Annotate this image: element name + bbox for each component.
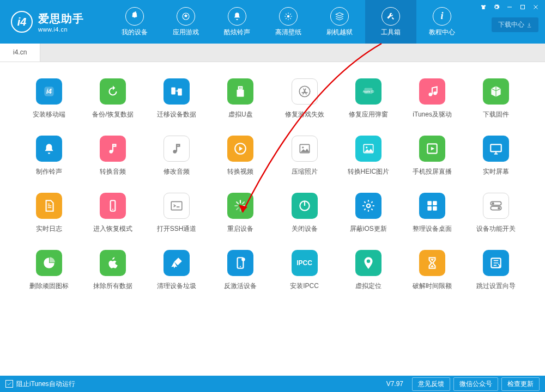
nav-device[interactable]: 我的设备 xyxy=(109,0,160,44)
main-nav: 我的设备应用游戏酷炫铃声高清壁纸刷机越狱工具箱i教程中心 xyxy=(109,0,468,44)
nav-tools[interactable]: 工具箱 xyxy=(365,0,416,44)
minimize-icon[interactable] xyxy=(504,2,516,12)
tool-compress-photo[interactable]: 压缩照片 xyxy=(275,136,334,176)
svg-text:Apple ID: Apple ID xyxy=(363,90,374,93)
tool-install-mobile[interactable]: i4安装移动端 xyxy=(20,78,78,119)
svg-line-44 xyxy=(243,202,244,204)
tool-label: 打开SSH通道 xyxy=(157,224,197,234)
tool-label: 转换视频 xyxy=(227,167,253,176)
convert-heic-icon xyxy=(355,136,382,162)
tool-install-ipcc[interactable]: IPCC安装IPCC xyxy=(275,250,334,291)
tool-fix-popup[interactable]: Apple ID修复应用弹窗 xyxy=(339,78,397,119)
tool-label: 修改音频 xyxy=(164,167,190,176)
tool-virtual-location[interactable]: 虚拟定位 xyxy=(339,250,397,291)
tool-migrate[interactable]: 迁移设备数据 xyxy=(148,78,206,119)
tool-clean-trash[interactable]: 清理设备垃圾 xyxy=(148,250,206,291)
tutorial-icon: i xyxy=(433,7,451,26)
install-mobile-icon: i4 xyxy=(36,78,62,105)
tool-label: 跳过设置向导 xyxy=(476,281,516,291)
del-stubborn-icon xyxy=(36,250,62,276)
check-update-button[interactable]: 检查更新 xyxy=(501,377,540,391)
svg-line-8 xyxy=(286,18,287,19)
tool-label: 抹除所有数据 xyxy=(93,281,132,291)
block-itunes-checkbox[interactable] xyxy=(5,380,13,388)
tool-convert-audio[interactable]: 转换音频 xyxy=(83,136,142,176)
tool-feature-switch[interactable]: 设备功能开关 xyxy=(467,193,525,234)
tool-virtual-usb[interactable]: 虚拟U盘 xyxy=(211,78,270,119)
tool-deactivate[interactable]: 反激活设备 xyxy=(211,250,270,291)
brand-url: www.i4.cn xyxy=(38,26,84,33)
svg-point-53 xyxy=(492,203,494,205)
convert-video-icon xyxy=(227,136,253,162)
erase-all-icon xyxy=(100,250,126,276)
tool-make-ringtone[interactable]: 制作铃声 xyxy=(20,136,78,176)
maximize-icon[interactable] xyxy=(517,2,529,12)
tool-skip-setup[interactable]: 跳过设置向导 xyxy=(467,250,525,291)
tool-erase-all[interactable]: 抹除所有数据 xyxy=(83,250,142,291)
nav-label: 我的设备 xyxy=(122,28,148,37)
nav-apps[interactable]: 应用游戏 xyxy=(160,0,211,44)
svg-point-47 xyxy=(367,204,371,208)
svg-rect-15 xyxy=(178,89,182,96)
tool-convert-video[interactable]: 转换视频 xyxy=(211,136,270,176)
tool-label: 修复游戏失效 xyxy=(285,110,324,119)
edit-audio-icon xyxy=(164,136,190,162)
skin-icon[interactable] xyxy=(477,2,489,12)
tool-label: 实时屏幕 xyxy=(483,167,509,176)
nav-tutorial[interactable]: i教程中心 xyxy=(416,0,468,44)
close-icon[interactable] xyxy=(530,2,542,12)
svg-point-35 xyxy=(112,209,113,210)
tool-realtime-screen[interactable]: 实时屏幕 xyxy=(467,136,525,176)
svg-rect-50 xyxy=(427,206,432,211)
nav-wall[interactable]: 高清壁纸 xyxy=(263,0,314,44)
svg-rect-51 xyxy=(433,206,437,211)
tool-fix-game[interactable]: 修复游戏失效 xyxy=(275,78,334,119)
feedback-button[interactable]: 意见反馈 xyxy=(412,377,450,391)
tool-label: 转换音频 xyxy=(100,167,126,176)
tab-i4cn[interactable]: i4.cn xyxy=(0,43,40,62)
svg-point-55 xyxy=(498,207,500,209)
apps-icon xyxy=(177,7,195,26)
svg-rect-11 xyxy=(521,5,525,9)
nav-flash[interactable]: 刷机越狱 xyxy=(314,0,365,44)
tool-download-firmware[interactable]: 下载固件 xyxy=(467,78,525,119)
tool-itunes-driver[interactable]: iTunes及驱动 xyxy=(403,78,462,119)
svg-rect-49 xyxy=(433,201,437,205)
tool-block-ios-update[interactable]: 屏蔽iOS更新 xyxy=(339,193,397,234)
tool-shutdown[interactable]: 关闭设备 xyxy=(275,193,334,234)
tool-label: 迁移设备数据 xyxy=(157,110,196,119)
tool-realtime-log[interactable]: 实时日志 xyxy=(20,193,78,234)
open-ssh-icon xyxy=(164,193,190,219)
tool-backup-restore[interactable]: 备份/恢复数据 xyxy=(83,78,142,119)
fix-game-icon xyxy=(292,78,318,105)
make-ringtone-icon xyxy=(36,136,62,162)
wall-icon xyxy=(279,7,298,26)
nav-ring[interactable]: 酷炫铃声 xyxy=(211,0,263,44)
tool-label: 重启设备 xyxy=(227,224,253,234)
wechat-button[interactable]: 微信公众号 xyxy=(453,377,498,391)
tool-crack-time[interactable]: 破解时间限额 xyxy=(403,250,462,291)
svg-rect-10 xyxy=(507,7,512,8)
svg-rect-36 xyxy=(171,201,182,210)
install-ipcc-icon: IPCC xyxy=(292,250,318,276)
ring-icon xyxy=(228,7,246,26)
tool-label: 反激活设备 xyxy=(224,281,257,291)
tools-icon xyxy=(382,7,400,26)
flash-icon xyxy=(330,7,349,26)
brand-badge-icon: i4 xyxy=(11,11,33,33)
tool-del-stubborn[interactable]: 删除顽固图标 xyxy=(20,250,78,291)
tool-open-ssh[interactable]: 打开SSH通道 xyxy=(148,193,206,234)
clean-trash-icon xyxy=(164,250,190,276)
tool-screen-live[interactable]: 手机投屏直播 xyxy=(403,136,462,176)
tool-reboot[interactable]: 重启设备 xyxy=(211,193,270,234)
tool-enter-recovery[interactable]: 进入恢复模式 xyxy=(83,193,142,234)
status-bar: 阻止iTunes自动运行 V7.97 意见反馈 微信公众号 检查更新 xyxy=(0,376,545,392)
download-center-button[interactable]: 下载中心 xyxy=(492,17,538,32)
tool-edit-audio[interactable]: 修改音频 xyxy=(148,136,206,176)
svg-point-57 xyxy=(240,266,241,267)
tool-tidy-desktop[interactable]: 整理设备桌面 xyxy=(403,193,462,234)
settings-icon[interactable] xyxy=(491,2,502,12)
svg-rect-17 xyxy=(237,90,244,97)
tool-convert-heic[interactable]: 转换HEIC图片 xyxy=(339,136,397,176)
screen-live-icon xyxy=(419,136,445,162)
